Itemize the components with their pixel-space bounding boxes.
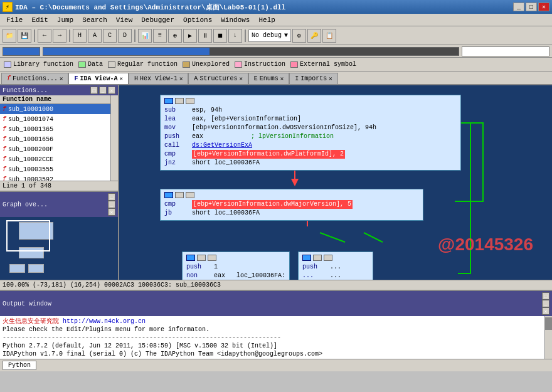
legend-regular-label: Regular function <box>117 61 178 68</box>
menu-options[interactable]: Options <box>179 15 216 25</box>
graph-overview: Graph ove... □ _ ✕ <box>0 191 118 280</box>
menu-view[interactable]: View <box>112 15 136 25</box>
ow-min-button[interactable]: _ <box>542 300 549 307</box>
debug-dropdown[interactable]: No debug ▼ <box>248 29 291 42</box>
fn-item-4[interactable]: f sub_1000200F <box>0 144 110 154</box>
cb1-icon3[interactable] <box>186 98 194 104</box>
tb-open-button[interactable]: 📁 <box>3 29 16 43</box>
tab-hex-close[interactable]: ✕ <box>179 75 183 82</box>
code-graph-area[interactable]: sub esp, 94h lea eax, [ebp+VersionInform… <box>119 85 552 280</box>
menu-windows[interactable]: Windows <box>217 15 253 25</box>
tab-functions-icon: f <box>7 75 11 82</box>
tab-functions[interactable]: f Functions... ✕ <box>1 73 68 84</box>
window-title: IDA – C:\Documents and Settings\Administ… <box>15 3 511 12</box>
cb2-icon2[interactable] <box>175 192 184 198</box>
tb-extra2[interactable]: 🔑 <box>307 29 321 43</box>
menu-jump[interactable]: Jump <box>53 15 77 25</box>
tab-struct-close[interactable]: ✕ <box>239 75 242 82</box>
ow-line-0: 火生信息安全研究院 http://www.n4ck.org.cn <box>3 317 542 326</box>
tb-back-button[interactable]: ← <box>38 29 51 43</box>
tb-xref-button[interactable]: ⊕ <box>168 29 182 43</box>
cb1-icon1[interactable] <box>164 98 173 104</box>
minimize-button[interactable]: _ <box>513 3 524 11</box>
go-canvas[interactable] <box>0 217 118 280</box>
nav-position-bar[interactable] <box>43 47 459 56</box>
fn-item-2[interactable]: f sub_10001365 <box>0 124 110 134</box>
nav-address-input[interactable] <box>462 46 549 56</box>
ow-float-button[interactable]: □ <box>542 292 549 300</box>
maximize-button[interactable]: □ <box>526 3 537 11</box>
tab-ida-label: IDA View-A <box>80 75 117 82</box>
tab-imports[interactable]: I Imports ✕ <box>289 73 337 84</box>
menu-file[interactable]: File <box>3 15 26 25</box>
fn-item-0[interactable]: f sub_10001000 <box>0 104 110 114</box>
tb-graph-button[interactable]: 📊 <box>138 29 152 43</box>
cb4-icon2[interactable] <box>313 255 322 261</box>
tab-hex-view[interactable]: H Hex View-1 ✕ <box>129 73 188 84</box>
legend-unexplored-box <box>183 61 190 68</box>
tb-list-button[interactable]: ≡ <box>153 29 167 43</box>
code-line-mov: mov [ebp+VersionInformation.dwOSVersionI… <box>164 124 457 132</box>
tb-extra1[interactable]: ⚙ <box>292 29 306 43</box>
tb-fwd-button[interactable]: → <box>53 29 66 43</box>
tab-struct-icon: A <box>194 75 198 82</box>
tb-run-button[interactable]: ▶ <box>183 29 197 43</box>
tb-step-button[interactable]: ↓ <box>228 29 242 43</box>
tab-enums[interactable]: E Enums ✕ <box>248 73 289 84</box>
close-button[interactable]: ✕ <box>538 3 549 11</box>
cb2-icon1[interactable] <box>164 192 173 198</box>
cb3-icon1[interactable] <box>186 255 195 261</box>
cb3-icon3[interactable] <box>208 255 216 261</box>
sidebar-close-button[interactable]: ✕ <box>108 87 115 94</box>
ow-close-button[interactable]: ✕ <box>542 307 549 315</box>
tb-pause-button[interactable]: ⏸ <box>198 29 212 43</box>
tab-enums-close[interactable]: ✕ <box>280 75 284 82</box>
menu-help[interactable]: Help <box>255 15 279 25</box>
go-buttons: □ _ ✕ <box>108 193 115 216</box>
fn-icon-2: f <box>3 126 6 133</box>
menu-search[interactable]: Search <box>78 15 111 25</box>
menu-edit[interactable]: Edit <box>28 15 51 25</box>
cb4-icon1[interactable] <box>302 255 311 261</box>
tb-stop-button[interactable]: ⏹ <box>213 29 227 43</box>
fn-scrollbar[interactable] <box>110 95 118 181</box>
cb2-icon3[interactable] <box>186 192 194 198</box>
code-line-lea: lea eax, [ebp+VersionInformation] <box>164 115 457 124</box>
fn-item-6[interactable]: f sub_10003555 <box>0 164 110 174</box>
tb-hex-button[interactable]: H <box>73 29 87 43</box>
tab-ida-view-a[interactable]: F IDA View-A ✕ <box>68 73 128 84</box>
cb3-icon2[interactable] <box>197 255 206 261</box>
fn-item-7[interactable]: f sub_10003592 <box>0 174 110 181</box>
tab-functions-close[interactable]: ✕ <box>60 75 63 82</box>
menubar: File Edit Jump Search View Debugger Opti… <box>0 14 552 26</box>
cb4-icon3[interactable] <box>324 255 332 261</box>
ow-tabs: Python <box>0 359 552 371</box>
fn-item-5[interactable]: f sub_10002CCE <box>0 154 110 164</box>
navbar <box>0 45 552 58</box>
tab-imports-close[interactable]: ✕ <box>329 75 332 82</box>
tb-save-button[interactable]: 💾 <box>18 29 31 43</box>
go-min-button[interactable]: _ <box>108 201 115 208</box>
fn-item-1[interactable]: f sub_10001074 <box>0 114 110 124</box>
legend-data: Data <box>78 61 103 68</box>
output-window: Output window □ _ ✕ 火生信息安全研究院 http://www… <box>0 290 552 371</box>
legend-library: Library function <box>4 61 73 68</box>
tab-ida-close[interactable]: ✕ <box>119 75 122 82</box>
code-line-cmp1: cmp [ebp+VersionInformation.dwPlatformId… <box>164 150 457 159</box>
tab-structures[interactable]: A Structures ✕ <box>188 73 248 84</box>
go-float-button[interactable]: □ <box>108 193 115 201</box>
cb1-icon2[interactable] <box>175 98 184 104</box>
sidebar-float-button[interactable]: □ <box>90 87 98 94</box>
fn-item-3[interactable]: f sub_10001656 <box>0 134 110 144</box>
sidebar-min-button[interactable]: _ <box>99 87 107 94</box>
ow-tab-python[interactable]: Python <box>3 361 36 370</box>
tb-asm-button[interactable]: A <box>88 29 102 43</box>
ow-scrollbar[interactable] <box>544 316 552 359</box>
tb-extra3[interactable]: 📋 <box>322 29 336 43</box>
legend-data-label: Data <box>88 61 103 68</box>
go-close-button[interactable]: ✕ <box>108 208 115 216</box>
ow-inner: 火生信息安全研究院 http://www.n4ck.org.cn Please … <box>0 316 552 359</box>
menu-debugger[interactable]: Debugger <box>137 15 178 25</box>
tb-code-button[interactable]: C <box>103 29 117 43</box>
tb-data-button[interactable]: D <box>118 29 132 43</box>
